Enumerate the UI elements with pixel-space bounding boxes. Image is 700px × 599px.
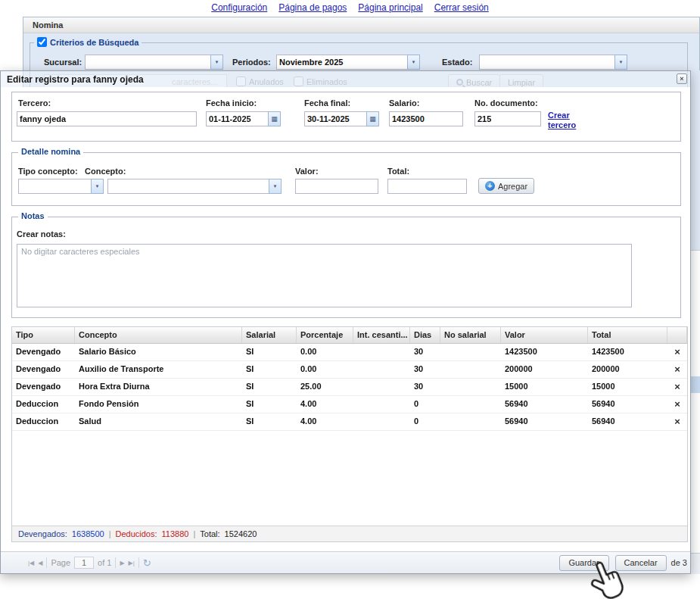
calendar-icon: ▦ [369, 115, 376, 123]
sucursal-combo[interactable]: ▼ [85, 55, 223, 70]
sucursal-dropdown-trigger[interactable]: ▼ [210, 55, 223, 70]
delete-row-button[interactable]: × [667, 413, 687, 430]
cell-valor: 56940 [501, 396, 588, 413]
cell-tipo: Deduccion [12, 413, 75, 430]
last-page-icon[interactable]: ▶| [129, 560, 135, 566]
fecha-inicio-field[interactable]: ▦ [206, 111, 281, 126]
cell-dias: 0 [410, 396, 440, 413]
tipo-concepto-combo[interactable]: ▼ [18, 179, 104, 194]
nav-link-pagina-principal[interactable]: Página principal [358, 2, 422, 14]
tercero-label: Tercero: [18, 98, 51, 108]
close-button[interactable]: × [677, 73, 687, 84]
edit-record-dialog: Editar registro para fanny ojeda × Terce… [0, 70, 691, 574]
delete-icon: × [674, 398, 680, 410]
notas-textarea[interactable] [17, 244, 632, 307]
nav-link-configuracion[interactable]: Configuración [211, 2, 267, 14]
next-page-icon[interactable]: ▶ [120, 560, 124, 566]
search-criteria-legend-text: Criterios de Búsqueda [50, 38, 138, 47]
panel-header: Nomina [23, 17, 699, 33]
periodos-label: Periodos: [232, 58, 271, 67]
cell-dias: 30 [410, 361, 440, 378]
estado-combo[interactable]: ▼ [479, 55, 627, 70]
tercero-input[interactable] [17, 111, 197, 126]
col-header-total[interactable]: Total [588, 327, 667, 343]
col-header-int-cesantia[interactable]: Int. cesanti... [353, 327, 410, 343]
cell-valor: 200000 [501, 361, 588, 378]
col-header-dias[interactable]: Dias [410, 327, 440, 343]
fecha-final-input[interactable] [304, 111, 366, 126]
concepto-dropdown-trigger[interactable]: ▼ [269, 179, 282, 194]
cell-total: 15000 [588, 379, 667, 395]
col-header-tipo[interactable]: Tipo [12, 327, 75, 343]
search-criteria-checkbox[interactable] [37, 37, 47, 47]
table-row[interactable]: Devengado Salario Básico SI 0.00 30 1423… [12, 344, 687, 361]
delete-row-button[interactable]: × [667, 344, 687, 360]
devengados-value: 1638500 [72, 529, 104, 538]
concepto-combo[interactable]: ▼ [107, 179, 282, 194]
periodos-combo[interactable]: ▼ [276, 55, 420, 70]
col-header-salarial[interactable]: Salarial [242, 327, 297, 343]
cell-tipo: Devengado [12, 344, 75, 360]
page-number-input[interactable] [74, 557, 94, 569]
chevron-down-icon: ▼ [619, 60, 624, 64]
col-header-no-salarial[interactable]: No salarial [440, 327, 501, 343]
table-row[interactable]: Devengado Hora Extra Diurna SI 25.00 30 … [12, 379, 687, 396]
total-input[interactable] [387, 179, 467, 194]
crear-tercero-link[interactable]: Crear tercero [548, 111, 587, 130]
fecha-inicio-input[interactable] [206, 111, 268, 126]
cell-valor: 15000 [501, 379, 588, 395]
periodos-input[interactable] [276, 55, 407, 70]
first-page-icon[interactable]: |◀ [28, 560, 34, 566]
toolbar-separator [115, 557, 116, 568]
detalle-nomina-legend: Detalle nomina [18, 147, 83, 156]
nav-link-pagina-de-pagos[interactable]: Página de pagos [278, 2, 347, 14]
cell-concepto: Salud [75, 413, 242, 430]
cell-no-salarial [440, 379, 501, 395]
cell-concepto: Fondo Pensión [75, 396, 242, 413]
delete-row-button[interactable]: × [667, 379, 687, 395]
cancelar-button[interactable]: Cancelar [615, 555, 667, 571]
deducidos-value: 113880 [162, 529, 189, 538]
periodos-dropdown-trigger[interactable]: ▼ [407, 55, 420, 70]
cell-salarial: SI [242, 344, 297, 360]
table-row[interactable]: Deduccion Fondo Pensión SI 4.00 0 56940 … [12, 396, 687, 413]
sucursal-input[interactable] [85, 55, 210, 70]
tipo-concepto-input[interactable] [18, 179, 91, 194]
col-header-porcentaje[interactable]: Porcentaje [297, 327, 353, 343]
fecha-final-field[interactable]: ▦ [304, 111, 379, 126]
agregar-button[interactable]: + Agregar [478, 178, 534, 194]
concepto-label: Concepto: [85, 167, 126, 176]
estado-input[interactable] [479, 55, 614, 70]
separator: | [109, 529, 111, 538]
col-header-valor[interactable]: Valor [501, 327, 588, 343]
refresh-icon[interactable]: ↻ [143, 557, 151, 569]
prev-page-icon[interactable]: ◀ [38, 560, 42, 566]
delete-row-button[interactable]: × [667, 396, 687, 413]
add-icon: + [485, 181, 495, 191]
cell-no-salarial [440, 396, 501, 413]
deducidos-label: Deducidos: [116, 529, 157, 538]
delete-row-button[interactable]: × [667, 361, 687, 378]
documento-input[interactable] [474, 111, 541, 126]
estado-dropdown-trigger[interactable]: ▼ [614, 55, 627, 70]
toolbar-separator [46, 557, 47, 568]
concepts-table: Tipo Concepto Salarial Porcentaje Int. c… [11, 326, 688, 542]
col-header-concepto[interactable]: Concepto [75, 327, 242, 343]
nav-link-cerrar-sesion[interactable]: Cerrar sesión [434, 2, 489, 14]
delete-icon: × [674, 346, 680, 357]
table-row[interactable]: Deduccion Salud SI 4.00 0 56940 56940 × [12, 413, 687, 431]
tipo-concepto-dropdown-trigger[interactable]: ▼ [91, 179, 104, 194]
cancelar-button-label: Cancelar [624, 558, 658, 567]
total-label: Total: [200, 529, 219, 538]
col-header-actions [667, 327, 687, 343]
valor-input[interactable] [295, 179, 378, 194]
cell-total: 1423500 [588, 344, 667, 360]
table-row[interactable]: Devengado Auxilio de Transporte SI 0.00 … [12, 361, 687, 379]
salario-input[interactable] [389, 111, 463, 126]
fecha-final-calendar-trigger[interactable]: ▦ [366, 111, 379, 126]
background-grid-fragment [691, 250, 700, 553]
concepto-input[interactable] [107, 179, 269, 194]
cell-tipo: Devengado [12, 379, 75, 395]
cell-concepto: Hora Extra Diurna [75, 379, 242, 395]
fecha-inicio-calendar-trigger[interactable]: ▦ [268, 111, 281, 126]
